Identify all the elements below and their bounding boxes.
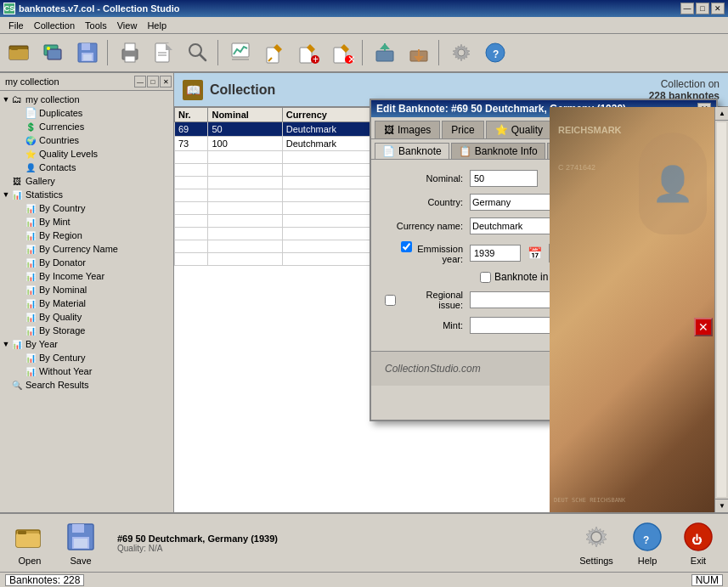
menu-collection[interactable]: Collection	[29, 19, 80, 32]
toolbar-search[interactable]	[182, 37, 214, 69]
menu-help[interactable]: Help	[142, 19, 172, 32]
svg-rect-45	[16, 533, 40, 547]
sidebar-item-by-quality[interactable]: 📊 By Quality	[0, 310, 173, 324]
svg-rect-11	[125, 43, 135, 51]
open-icon	[13, 520, 47, 554]
sidebar-item-by-material[interactable]: 📊 By Material	[0, 296, 173, 310]
sidebar-item-by-year[interactable]: ▼ 📊 By Year	[0, 337, 173, 351]
selected-item-info: #69 50 Deutchmark, Germany (1939) Qualit…	[110, 530, 567, 556]
sidebar-label: By Year	[25, 339, 58, 349]
toolbar-settings[interactable]	[445, 37, 477, 69]
col-header-nr[interactable]: Nr.	[175, 108, 208, 122]
scroll-down-btn[interactable]: ▼	[715, 499, 728, 512]
svg-rect-1	[9, 49, 28, 59]
subtab-banknote[interactable]: 📄 Banknote	[375, 143, 449, 159]
sidebar-item-by-income-year[interactable]: 📊 By Income Year	[0, 269, 173, 283]
svg-rect-48	[72, 524, 84, 533]
subtab-banknote-info[interactable]: 📋 Banknote Info	[451, 143, 545, 159]
sidebar-item-by-region[interactable]: 📊 By Region	[0, 229, 173, 242]
tab-images[interactable]: 🖼 Images	[375, 121, 440, 138]
toolbar-chart[interactable]	[224, 37, 257, 69]
sidebar-label: Duplicates	[39, 108, 82, 118]
red-x-close-button[interactable]: ✕	[694, 318, 713, 336]
emission-year-input[interactable]	[470, 245, 521, 262]
menu-bar: File Collection Tools View Help	[0, 17, 728, 34]
bottom-help-button[interactable]: ? Help	[626, 520, 669, 566]
help-label: Help	[638, 556, 657, 566]
col-header-nominal[interactable]: Nominal	[208, 108, 282, 122]
country-label: Country:	[385, 197, 470, 207]
svg-rect-46	[18, 531, 26, 534]
currency-name-label: Currency name:	[385, 221, 470, 231]
minimize-button[interactable]: —	[680, 3, 694, 14]
sidebar-item-duplicates[interactable]: 📄 Duplicates	[0, 106, 173, 120]
sidebar-label: By Country	[39, 203, 85, 213]
banknote-in-use-checkbox[interactable]	[480, 272, 491, 283]
sidebar-item-contacts[interactable]: 👤 Contacts	[0, 161, 173, 174]
nominal-label: Nominal:	[385, 173, 470, 183]
toolbar-save-file[interactable]	[148, 37, 180, 69]
bottom-toolbar: Open Save #69 50 Deutchmark, Germany (19…	[0, 512, 728, 572]
sidebar-label: Currencies	[39, 121, 84, 132]
toolbar-print[interactable]	[114, 37, 146, 69]
regional-issue-checkbox[interactable]	[385, 295, 396, 306]
brand-text: CollectionStudio.com	[385, 363, 481, 375]
sidebar-item-by-storage[interactable]: 📊 By Storage	[0, 324, 173, 337]
sidebar-item-my-collection[interactable]: ▼ 🗂 my collection	[0, 93, 173, 106]
bottom-save-button[interactable]: Save	[59, 520, 102, 566]
bottom-exit-button[interactable]: ⏻ Exit	[677, 520, 720, 566]
menu-view[interactable]: View	[112, 19, 143, 32]
sidebar-item-currencies[interactable]: 💲 Currencies	[0, 120, 173, 133]
toolbar-save[interactable]	[71, 37, 104, 69]
menu-tools[interactable]: Tools	[80, 19, 112, 32]
toolbar-open-collection[interactable]	[3, 37, 36, 69]
scroll-up-btn[interactable]: ▲	[715, 107, 728, 121]
panel-minimize-btn[interactable]: —	[134, 76, 146, 87]
sidebar-item-quality-levels[interactable]: ⭐ Quality Levels	[0, 147, 173, 161]
sidebar-label: Countries	[39, 135, 79, 145]
maximize-button[interactable]: □	[696, 3, 709, 14]
bottom-open-button[interactable]: Open	[8, 520, 51, 566]
toolbar-delete[interactable]: ✕	[326, 37, 358, 69]
emission-year-checkbox[interactable]	[401, 241, 412, 252]
sidebar-item-gallery[interactable]: 🖼 Gallery	[0, 174, 173, 188]
svg-point-52	[591, 532, 601, 542]
sidebar-item-by-nominal[interactable]: 📊 By Nominal	[0, 283, 173, 296]
bottom-settings-button[interactable]: Settings	[575, 520, 618, 566]
sidebar-item-statistics[interactable]: ▼ 📊 Statistics	[0, 188, 173, 201]
help-icon: ?	[630, 520, 664, 554]
collection-icon: 📖	[183, 80, 203, 100]
nominal-input[interactable]	[470, 170, 538, 187]
sidebar-item-by-century[interactable]: 📊 By Century	[0, 351, 173, 364]
svg-line-20	[200, 54, 206, 60]
panel-close-btn[interactable]: ✕	[160, 76, 172, 87]
sidebar-label: By Income Year	[39, 271, 104, 281]
sidebar-item-by-mint[interactable]: 📊 By Mint	[0, 215, 173, 229]
tab-quality[interactable]: ⭐ Quality	[486, 121, 552, 138]
svg-text:⏻: ⏻	[691, 533, 702, 546]
tab-price-label: Price	[451, 124, 474, 136]
svg-rect-2	[11, 48, 18, 50]
menu-file[interactable]: File	[3, 19, 29, 32]
tab-price[interactable]: Price	[442, 121, 483, 138]
panel-restore-btn[interactable]: □	[147, 76, 159, 87]
sidebar-item-by-country[interactable]: 📊 By Country	[0, 201, 173, 215]
sidebar-item-without-year[interactable]: 📊 Without Year	[0, 364, 173, 378]
svg-rect-13	[133, 51, 136, 53]
toolbar-edit[interactable]	[258, 37, 291, 69]
toolbar-export[interactable]	[369, 37, 401, 69]
sidebar-label: my collection	[25, 94, 80, 104]
sidebar-item-by-currency-name[interactable]: 📊 By Currency Name	[0, 242, 173, 256]
col-header-currency[interactable]: Currency	[282, 108, 379, 122]
toolbar-gallery[interactable]	[37, 37, 70, 69]
sidebar-label: Quality Levels	[39, 149, 98, 159]
selected-item-title: #69 50 Deutchmark, Germany (1939)	[117, 533, 560, 544]
close-button[interactable]: ✕	[711, 3, 725, 14]
sidebar-item-by-donator[interactable]: 📊 By Donator	[0, 256, 173, 269]
sidebar-item-countries[interactable]: 🌍 Countries	[0, 133, 173, 147]
toolbar-import[interactable]	[403, 37, 435, 69]
sidebar-item-search-results[interactable]: 🔍 Search Results	[0, 378, 173, 392]
toolbar-add[interactable]: +	[292, 37, 324, 69]
toolbar-help[interactable]: ?	[479, 37, 511, 69]
svg-text:?: ?	[643, 534, 649, 546]
